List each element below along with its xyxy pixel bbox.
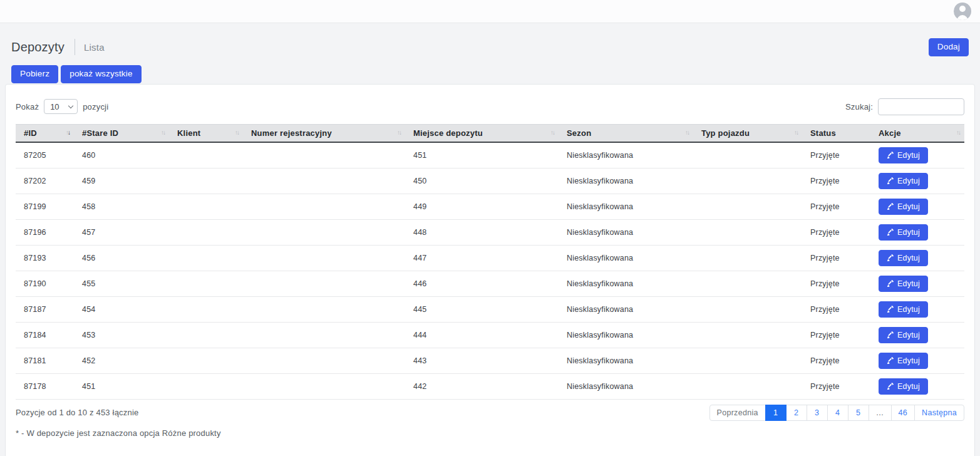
cell-klient	[169, 348, 243, 373]
cell-klient	[169, 219, 243, 245]
pagination-item[interactable]: Poprzednia	[709, 405, 766, 421]
edit-button[interactable]: Edytuj	[879, 250, 928, 266]
cell-akcje: Edytuj	[870, 168, 964, 194]
table-card: Pokaż 10 pozycji Szukaj: #ID	[5, 84, 975, 456]
sort-icon: ↑↓	[397, 129, 401, 136]
column-header[interactable]: Sezon ↑↓	[559, 124, 693, 142]
cell-status: Przyjęte	[802, 245, 870, 271]
pagination-item[interactable]: 2	[786, 405, 807, 421]
table-row: 87205 460 451 Niesklasyfikowana Przyjęte…	[16, 142, 964, 168]
cell-akcje: Edytuj	[870, 194, 964, 219]
cell-sezon: Niesklasyfikowana	[559, 245, 693, 271]
cell-miejsce-depozytu: 444	[405, 322, 559, 348]
page-size-select[interactable]: 10	[44, 99, 78, 114]
add-button[interactable]: Dodaj	[929, 38, 969, 56]
edit-button[interactable]: Edytuj	[879, 378, 928, 395]
cell-miejsce-depozytu: 442	[405, 373, 559, 399]
pagination-item-label: 3	[815, 408, 819, 417]
table-header-row: #ID ↑↓ #Stare ID ↑↓ Klient ↑↓ Numer reje…	[16, 124, 964, 142]
edit-button-label: Edytuj	[897, 177, 920, 185]
cell-klient	[169, 168, 243, 194]
cell-numer-rejestracyjny	[243, 245, 405, 271]
pagination-item[interactable]: …	[869, 405, 892, 421]
pagination-item-label: 2	[794, 408, 798, 417]
sort-icon: ↑↓	[685, 129, 689, 136]
cell-typ-pojazdu	[693, 373, 802, 399]
edit-button[interactable]: Edytuj	[879, 173, 928, 189]
cell-stare-id: 453	[74, 322, 169, 348]
pencil-icon	[887, 357, 894, 364]
cell-typ-pojazdu	[693, 219, 802, 245]
cell-miejsce-depozytu: 447	[405, 245, 559, 271]
show-all-button[interactable]: pokaż wszystkie	[61, 65, 142, 83]
cell-klient	[169, 271, 243, 296]
cell-typ-pojazdu	[693, 168, 802, 194]
column-header[interactable]: Status ↑↓	[802, 124, 870, 142]
table-row: 87184 453 444 Niesklasyfikowana Przyjęte…	[16, 322, 964, 348]
column-header-label: Klient	[177, 128, 200, 138]
cell-typ-pojazdu	[693, 296, 802, 322]
pagination-item[interactable]: 4	[827, 405, 848, 421]
pagination-item[interactable]: 5	[848, 405, 869, 421]
column-header[interactable]: Klient ↑↓	[169, 124, 243, 142]
cell-stare-id: 460	[74, 142, 169, 168]
column-header[interactable]: #Stare ID ↑↓	[74, 124, 169, 142]
cell-stare-id: 451	[74, 373, 169, 399]
column-header[interactable]: #ID ↑↓	[16, 124, 74, 142]
edit-button[interactable]: Edytuj	[879, 301, 928, 318]
download-button[interactable]: Pobierz	[11, 65, 58, 83]
user-avatar-icon[interactable]	[954, 3, 971, 20]
edit-button-label: Edytuj	[897, 254, 920, 262]
edit-button[interactable]: Edytuj	[879, 327, 928, 343]
search-input[interactable]	[878, 98, 964, 115]
table-row: 87178 451 442 Niesklasyfikowana Przyjęte…	[16, 373, 964, 399]
cell-numer-rejestracyjny	[243, 168, 405, 194]
column-header[interactable]: Typ pojazdu ↑↓	[693, 124, 802, 142]
cell-klient	[169, 142, 243, 168]
cell-stare-id: 455	[74, 271, 169, 296]
cell-status: Przyjęte	[802, 219, 870, 245]
cell-sezon: Niesklasyfikowana	[559, 142, 693, 168]
pencil-icon	[887, 331, 894, 338]
avatar-head-shape	[959, 6, 966, 12]
cell-sezon: Niesklasyfikowana	[559, 271, 693, 296]
column-header[interactable]: Numer rejestracyjny ↑↓	[243, 124, 405, 142]
cell-klient	[169, 296, 243, 322]
pagination-item[interactable]: 3	[807, 405, 828, 421]
pencil-icon	[887, 152, 894, 158]
pagination-item[interactable]: Następna	[914, 405, 964, 421]
page-content: Depozyty Lista Dodaj Pobierz pokaż wszys…	[0, 38, 980, 456]
cell-numer-rejestracyjny	[243, 373, 405, 399]
pencil-icon	[887, 177, 894, 184]
edit-button[interactable]: Edytuj	[879, 199, 928, 215]
pagination: Poprzednia12345…46Następna	[709, 405, 965, 421]
pencil-icon	[887, 254, 894, 261]
cell-miejsce-depozytu: 448	[405, 219, 559, 245]
cell-status: Przyjęte	[802, 296, 870, 322]
pagination-item[interactable]: 1	[765, 405, 787, 421]
pencil-icon	[887, 280, 894, 287]
pagination-item[interactable]: 46	[891, 405, 916, 421]
cell-typ-pojazdu	[693, 194, 802, 219]
cell-status: Przyjęte	[802, 348, 870, 373]
page-header: Depozyty Lista Dodaj	[11, 38, 969, 56]
edit-button[interactable]: Edytuj	[879, 353, 928, 369]
cell-stare-id: 456	[74, 245, 169, 271]
cell-sezon: Niesklasyfikowana	[559, 348, 693, 373]
cell-klient	[169, 373, 243, 399]
edit-button[interactable]: Edytuj	[879, 147, 928, 163]
table-row: 87202 459 450 Niesklasyfikowana Przyjęte…	[16, 168, 964, 194]
entries-info: Pozycje od 1 do 10 z 453 łącznie	[16, 408, 138, 417]
cell-status: Przyjęte	[802, 194, 870, 219]
cell-id: 87181	[16, 348, 74, 373]
column-header-label: Typ pojazdu	[701, 128, 750, 138]
table-row: 87199 458 449 Niesklasyfikowana Przyjęte…	[16, 194, 964, 219]
edit-button[interactable]: Edytuj	[879, 276, 928, 292]
column-header-label: Status	[810, 128, 836, 138]
edit-button[interactable]: Edytuj	[879, 224, 928, 241]
column-header[interactable]: Akcje ↑↓	[870, 124, 964, 142]
cell-numer-rejestracyjny	[243, 296, 405, 322]
edit-button-label: Edytuj	[897, 331, 920, 339]
column-header[interactable]: Miejsce depozytu ↑↓	[405, 124, 559, 142]
sort-icon: ↑↓	[235, 129, 239, 136]
